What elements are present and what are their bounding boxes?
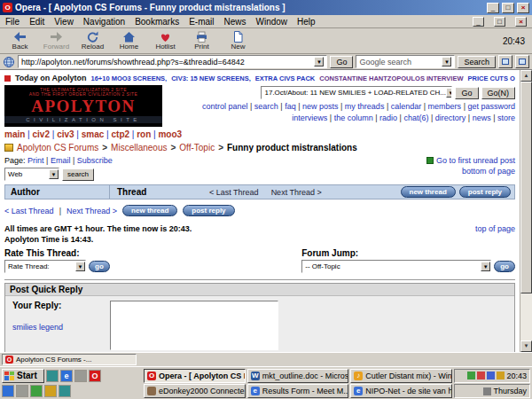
first-unread-link[interactable]: Go to first unread post [436, 156, 515, 165]
new-page-button[interactable]: New [220, 29, 256, 53]
forum-jump-dropdown-icon[interactable]: ▼ [481, 262, 490, 271]
tray-icon[interactable] [497, 372, 505, 379]
link-the-column[interactable]: the column [327, 113, 372, 122]
ticker-item[interactable]: CIV3: 15 NEW SCREENS, [171, 74, 251, 82]
address-dropdown-icon[interactable]: ▼ [314, 57, 324, 66]
forum-jump-go-button[interactable]: go [494, 261, 515, 272]
menu-edit[interactable]: Edit [29, 17, 44, 27]
back-button[interactable]: Back [2, 29, 38, 53]
close-button[interactable]: × [517, 3, 529, 13]
today-on-apolyton-link[interactable]: Today on Apolyton [15, 74, 87, 82]
google-search-input[interactable]: Google search ▼ [356, 55, 455, 68]
news-select[interactable]: 17.Oct/About: 11 NEW SMILIES + LOAD-RELA… [261, 86, 452, 99]
nav-smac[interactable]: smac [74, 129, 105, 139]
ticker-item[interactable]: 16+10 MOO3 SCREENS, [91, 74, 168, 82]
link-store[interactable]: store [491, 113, 515, 122]
news-go-new-button[interactable]: Go(N) [481, 87, 516, 99]
link-directory[interactable]: directory [428, 113, 466, 122]
rate-dropdown-icon[interactable]: ▼ [75, 262, 85, 271]
link-new-posts[interactable]: new posts [296, 102, 339, 111]
link-control-panel[interactable]: control panel [202, 102, 248, 111]
panels-toggle-icon[interactable] [498, 55, 512, 68]
breadcrumb-offtopic-link[interactable]: Off-Topic [179, 143, 215, 153]
tray-icon[interactable] [477, 372, 485, 379]
web-search-dropdown-icon[interactable]: ▼ [49, 169, 59, 179]
page-tab-apolyton[interactable]: O Apolyton CS Forums -... [2, 354, 137, 365]
quicklaunch-icon[interactable] [44, 385, 57, 397]
ticker-item[interactable]: EXTRA CIVS PACK [255, 74, 316, 82]
scroll-down-button[interactable]: ▼ [520, 340, 532, 352]
nav-ctp2[interactable]: ctp2 [104, 129, 129, 139]
go-button[interactable]: Go [330, 56, 353, 68]
email-link[interactable]: Email [44, 156, 71, 165]
link-my-threads[interactable]: my threads [339, 102, 385, 111]
link-get-password[interactable]: get password [461, 102, 515, 111]
quicklaunch-icon[interactable] [2, 385, 14, 397]
task-nipo-net[interactable]: e NIPO-Net - de site van h... [350, 384, 452, 398]
quicklaunch-mail-icon[interactable] [74, 370, 87, 382]
reply-textarea[interactable] [110, 301, 278, 350]
tray-icon[interactable] [467, 372, 475, 379]
quicklaunch-icon[interactable] [30, 385, 43, 397]
scroll-up-button[interactable]: ▲ [520, 70, 532, 82]
forum-jump-select[interactable]: -- Off-Topic ▼ [301, 260, 491, 273]
link-faq[interactable]: faq [278, 102, 296, 111]
nav-main[interactable]: main [4, 129, 25, 139]
new-thread-button[interactable]: new thread [122, 205, 177, 216]
quicklaunch-icon[interactable] [59, 385, 71, 397]
quicklaunch-icon[interactable] [16, 385, 28, 397]
print-link[interactable]: Print [27, 156, 44, 165]
tray-icon[interactable] [487, 372, 495, 379]
ticker-item[interactable]: PRICE CUTS ON T-SHIRTS! [468, 74, 515, 82]
vertical-scrollbar[interactable]: ▲ ▼ [520, 70, 532, 352]
news-go-button[interactable]: Go [455, 87, 478, 99]
scrollbar-track[interactable] [520, 82, 532, 340]
start-button[interactable]: Start [2, 369, 44, 383]
rate-go-button[interactable]: go [89, 261, 110, 272]
link-members[interactable]: members [421, 102, 461, 111]
child-restore-button[interactable]: □ [494, 17, 505, 27]
post-reply-button[interactable]: post reply [459, 186, 511, 198]
web-search-button[interactable]: search [62, 168, 94, 181]
next-thread-link[interactable]: Next Thread > [271, 188, 322, 197]
next-thread-link[interactable]: Next Thread > [66, 207, 117, 215]
tray-icon[interactable] [483, 387, 491, 395]
menu-window[interactable]: Window [256, 17, 288, 27]
last-thread-link[interactable]: < Last Thread [4, 207, 54, 215]
quicklaunch-desktop-icon[interactable] [46, 370, 59, 382]
web-search-select[interactable]: Web ▼ [4, 168, 59, 181]
menu-navigation[interactable]: Navigation [83, 17, 125, 27]
breadcrumb-forums-link[interactable]: Apolyton CS Forums [17, 143, 98, 153]
nav-ron[interactable]: ron [129, 129, 151, 139]
nav-civ3[interactable]: civ3 [50, 129, 74, 139]
child-minimize-button[interactable]: _ [473, 17, 484, 27]
menu-help[interactable]: Help [297, 17, 316, 27]
new-thread-button[interactable]: new thread [401, 186, 456, 198]
address-input[interactable]: http://apolyton.net/forums/showthread.ph… [18, 55, 327, 68]
reload-button[interactable]: Reload [74, 29, 111, 53]
task-word-document[interactable]: W mkt_outline.doc - Micros... [247, 369, 349, 383]
menu-bookmarks[interactable]: Bookmarks [135, 17, 179, 27]
menu-email[interactable]: E-mail [189, 17, 214, 27]
quicklaunch-ie-icon[interactable]: e [60, 370, 73, 382]
last-thread-link[interactable]: < Last Thread [209, 188, 259, 197]
menu-news[interactable]: News [223, 17, 246, 27]
hotlist-button[interactable]: Hotlist [147, 29, 184, 53]
top-of-page-link[interactable]: top of page [475, 224, 515, 233]
link-search[interactable]: search [247, 102, 278, 111]
task-edonkey[interactable]: eDonkey2000 Connecte... [144, 384, 246, 398]
task-results-form[interactable]: e Results Form - Meet M... [247, 384, 349, 398]
link-radio[interactable]: radio [373, 113, 397, 122]
apolyton-logo[interactable]: THE ULTIMATE CIVILIZATION 2 SITE AND THE… [4, 85, 162, 127]
menu-file[interactable]: File [5, 17, 20, 27]
ticker-item[interactable]: CONSTANTINE HANTZOPOULOS INTERVIEW [319, 74, 463, 82]
task-winamp[interactable]: ♪ Cutler Distant mix) - Win... [350, 369, 452, 383]
bottom-of-page-link[interactable]: bottom of page [462, 167, 515, 176]
window-list-icon[interactable] [515, 55, 529, 68]
maximize-button[interactable]: □ [502, 3, 514, 13]
smilies-legend-link[interactable]: smilies legend [12, 323, 110, 332]
task-opera[interactable]: O Opera - [ Apolyton CS F... [144, 369, 246, 383]
forward-button[interactable]: Forward [38, 29, 74, 53]
link-calendar[interactable]: calendar [384, 102, 421, 111]
minimize-button[interactable]: _ [487, 3, 499, 13]
